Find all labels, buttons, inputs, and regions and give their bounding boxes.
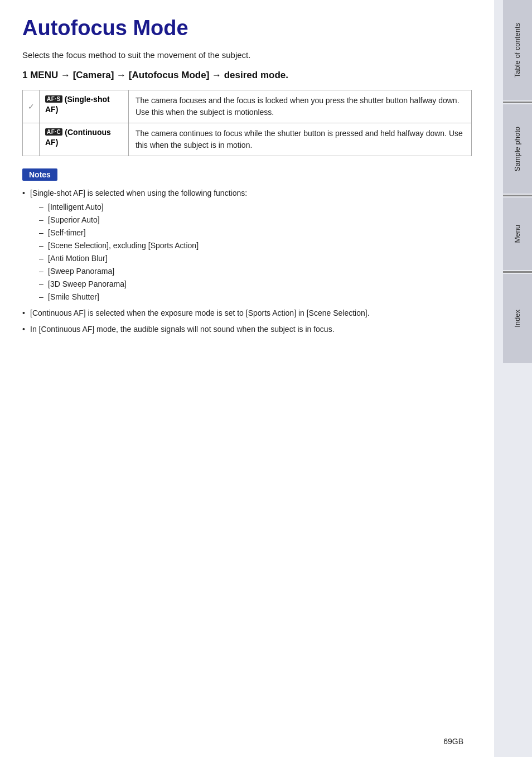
sidebar-tab-sample-label: Sample photo	[509, 117, 527, 181]
row2-mode-text2: AF)	[45, 138, 58, 147]
row1-mode-text2: AF)	[45, 105, 58, 114]
table-row: AF·C (Continuous AF) The camera continue…	[23, 123, 471, 156]
row2-mode-text: (Continuous	[65, 128, 110, 137]
sidebar-tab-index[interactable]: Index	[503, 274, 532, 363]
afs-badge: AF·S	[45, 95, 62, 103]
afc-badge: AF·C	[45, 128, 62, 136]
sidebar: Table of contents Sample photo Menu Inde…	[494, 0, 532, 757]
page-number: 69GB	[443, 737, 463, 746]
sidebar-tab-toc[interactable]: Table of contents	[503, 0, 532, 100]
table-row: ✓ AF·S (Single-shot AF) The camera focus…	[23, 90, 471, 123]
mode-table: ✓ AF·S (Single-shot AF) The camera focus…	[22, 90, 472, 156]
row2-mode: AF·C (Continuous AF)	[40, 123, 129, 156]
sidebar-tab-menu[interactable]: Menu	[503, 197, 532, 270]
sidebar-tab-toc-label: Table of contents	[509, 13, 527, 88]
menu-path-text: 1 MENU → [Camera] → [Autofocus Mode] → d…	[22, 70, 288, 81]
sidebar-divider-3	[503, 271, 532, 273]
list-item: [Smile Shutter]	[39, 291, 472, 303]
row1-icon: ✓	[23, 90, 40, 123]
list-item: [Anti Motion Blur]	[39, 253, 472, 264]
sidebar-divider-2	[503, 195, 532, 196]
list-item: [Continuous AF] is selected when the exp…	[22, 307, 472, 319]
row1-mode: AF·S (Single-shot AF)	[40, 90, 129, 123]
notes-header: Notes	[22, 168, 57, 181]
row1-mode-text: (Single-shot	[65, 95, 110, 104]
row2-icon	[23, 123, 40, 156]
list-item: In [Continuous AF] mode, the audible sig…	[22, 324, 472, 335]
list-item: [Superior Auto]	[39, 214, 472, 226]
sidebar-tab-sample[interactable]: Sample photo	[503, 104, 532, 194]
sidebar-tab-index-label: Index	[509, 300, 527, 337]
list-item: [Sweep Panorama]	[39, 266, 472, 277]
sub-list: [Intelligent Auto] [Superior Auto] [Self…	[39, 201, 472, 303]
row2-desc: The camera continues to focus while the …	[129, 123, 471, 156]
menu-path: 1 MENU → [Camera] → [Autofocus Mode] → d…	[22, 70, 472, 81]
list-item: [3D Sweep Panorama]	[39, 278, 472, 290]
sidebar-tab-menu-label: Menu	[509, 215, 527, 253]
notes-list: [Single-shot AF] is selected when using …	[22, 187, 472, 335]
main-content: Autofocus Mode Selects the focus method …	[0, 0, 494, 757]
list-item: [Scene Selection], excluding [Sports Act…	[39, 240, 472, 252]
subtitle: Selects the focus method to suit the mov…	[22, 50, 472, 60]
page-title: Autofocus Mode	[22, 17, 472, 40]
row1-desc: The camera focuses and the focus is lock…	[129, 90, 471, 123]
notes-section: Notes [Single-shot AF] is selected when …	[22, 168, 472, 335]
list-item: [Intelligent Auto]	[39, 201, 472, 213]
list-item: [Single-shot AF] is selected when using …	[22, 187, 472, 303]
sidebar-divider-1	[503, 102, 532, 103]
list-item: [Self-timer]	[39, 227, 472, 239]
